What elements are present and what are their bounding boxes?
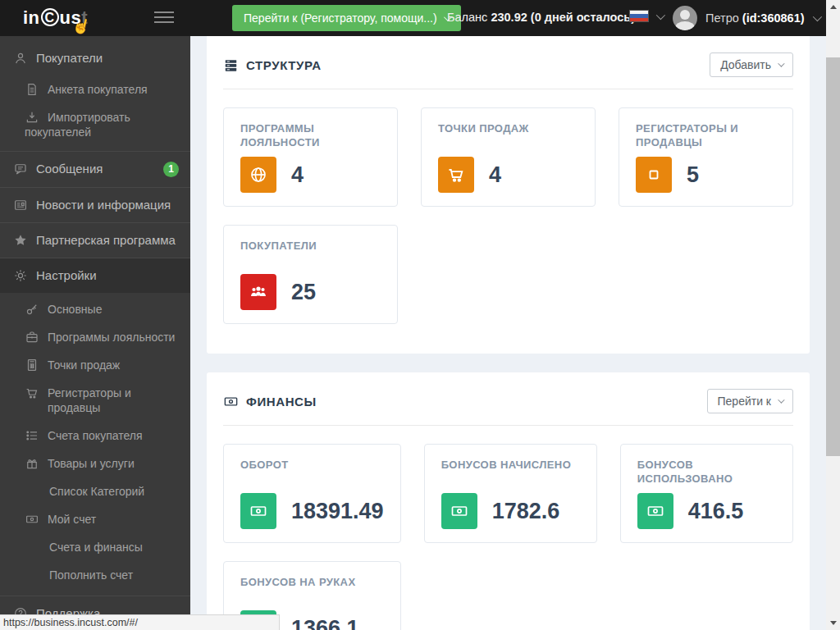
top-bar: inCust ☝ Перейти к (Регистратору, помощи… (0, 0, 840, 36)
chevron-down-icon (656, 10, 665, 19)
people-icon (240, 274, 276, 310)
sidebar-item-category-list[interactable]: Список Категорий (0, 477, 190, 505)
sidebar-item-loyalty-programs[interactable]: Программы лояльности (0, 323, 190, 351)
sidebar-item-label: Импортировать покупателей (25, 111, 130, 139)
tile-value: 25 (291, 280, 316, 305)
sidebar-item-news[interactable]: Новости и информация (0, 188, 190, 222)
sidebar-item-general-settings[interactable]: Основные (0, 293, 190, 323)
user-name: Петро (705, 11, 739, 25)
section-title: ФИНАНСЫ (246, 395, 317, 409)
sidebar-item-settings[interactable]: Настройки (0, 258, 190, 293)
vertical-scrollbar[interactable] (826, 0, 840, 630)
sidebar-item-my-account[interactable]: Мой счет (0, 505, 190, 533)
stat-tile-loyalty-programs[interactable]: ПРОГРАММЫ ЛОЯЛЬНОСТИ 4 (223, 107, 398, 207)
tile-value: 5 (687, 162, 699, 188)
tile-value: 416.5 (688, 499, 744, 524)
sidebar-item-label: Счета и финансы (49, 540, 179, 555)
sidebar-item-points-of-sale[interactable]: Точки продаж (0, 351, 190, 379)
sidebar-item-customer-accounts[interactable]: Счета покупателя (0, 422, 190, 450)
structure-icon (223, 57, 239, 73)
tile-label: ОБОРОТ (240, 458, 384, 472)
sidebar-item-customer-form[interactable]: Анкета покупателя (0, 75, 190, 103)
scroll-down-icon[interactable] (826, 616, 840, 630)
banknote-icon (223, 394, 239, 409)
tile-label: РЕГИСТРАТОРЫ И ПРОДАВЦЫ (636, 121, 776, 149)
tile-value: 1366.1 (291, 616, 359, 630)
stat-tile-points-of-sale[interactable]: ТОЧКИ ПРОДАЖ 4 (421, 107, 596, 207)
stat-tile-bonuses-used[interactable]: БОНУСОВ ИСПОЛЬЗОВАНО 416.5 (620, 444, 793, 543)
scroll-up-icon[interactable] (826, 0, 840, 14)
section-divider (223, 89, 793, 89)
stat-tile-registrars-sellers[interactable]: РЕГИСТРАТОРЫ И ПРОДАВЦЫ 5 (619, 107, 793, 207)
tile-value: 1782.6 (492, 499, 560, 524)
globe-icon (240, 157, 276, 193)
briefcase-icon (25, 330, 39, 345)
structure-card: СТРУКТУРА Добавить ПРОГРАММЫ ЛОЯЛЬНОСТИ … (207, 36, 810, 354)
menu-toggle-icon[interactable] (154, 11, 174, 25)
russia-flag-icon (629, 10, 649, 22)
sidebar-item-label: Партнерская программа (36, 233, 179, 248)
sidebar-item-partner-program[interactable]: Партнерская программа (0, 223, 190, 258)
sidebar-item-label: Новости и информация (36, 198, 179, 212)
user-menu[interactable]: Петро (id:360861) (673, 6, 819, 30)
chevron-down-icon (778, 60, 784, 66)
sidebar-item-label: Пополнить счет (49, 568, 179, 582)
sidebar-item-goods-services[interactable]: Товары и услуги (0, 450, 190, 477)
language-selector[interactable] (629, 10, 663, 22)
stat-tile-customers[interactable]: ПОКУПАТЕЛИ 25 (223, 225, 398, 324)
sidebar-item-label: Настройки (36, 268, 179, 283)
sidebar: Покупатели Анкета покупателя Импортирова… (0, 36, 190, 630)
stat-tile-bonuses-accrued[interactable]: БОНУСОВ НАЧИСЛЕНО 1782.6 (424, 444, 597, 543)
gear-icon (13, 268, 28, 283)
sidebar-item-label: Точки продаж (48, 358, 179, 372)
goto-dropdown-button[interactable]: Перейти к (Регистратору, помощи...) (232, 5, 461, 31)
tile-label: БОНУСОВ ИСПОЛЬЗОВАНО (637, 458, 776, 486)
add-button-label: Добавить (720, 58, 771, 71)
banknote-icon (637, 493, 673, 529)
incust-logo[interactable]: inCust ☝ (23, 7, 88, 29)
chat-icon (13, 162, 28, 176)
sidebar-item-label: Основные (48, 302, 179, 317)
sidebar-item-import-customers[interactable]: Импортировать покупателей (0, 103, 190, 146)
sidebar-item-label: Товары и услуги (48, 456, 179, 471)
pos-terminal-icon (25, 358, 39, 372)
sidebar-item-accounts-finance[interactable]: Счета и финансы (0, 533, 190, 561)
news-icon (13, 198, 28, 212)
money-icon (25, 512, 39, 527)
chevron-down-icon (778, 396, 784, 403)
sidebar-item-top-up[interactable]: Пополнить счет (0, 561, 190, 589)
users-icon (13, 51, 28, 66)
tile-label: БОНУСОВ НАЧИСЛЕНО (441, 458, 580, 472)
sidebar-item-label: Счета покупателя (48, 428, 179, 443)
sidebar-item-customers[interactable]: Покупатели (0, 41, 190, 75)
key-icon (25, 302, 39, 317)
cart-icon (438, 157, 474, 193)
user-id: (id:360861) (742, 11, 805, 25)
sidebar-item-label: Список Категорий (49, 484, 179, 499)
status-url: https://business.incust.com/#/ (3, 617, 138, 628)
tile-value: 4 (291, 162, 304, 188)
section-title: СТРУКТУРА (246, 58, 322, 72)
sidebar-item-label: Сообщения (36, 162, 157, 176)
sidebar-item-label: Регистраторы и продавцы (48, 386, 179, 415)
sidebar-item-registrars-sellers[interactable]: Регистраторы и продавцы (0, 379, 190, 422)
cart-icon (25, 386, 39, 400)
tile-label: ПОКУПАТЕЛИ (240, 239, 381, 253)
add-dropdown-button[interactable]: Добавить (710, 52, 793, 77)
main-content: СТРУКТУРА Добавить ПРОГРАММЫ ЛОЯЛЬНОСТИ … (190, 36, 826, 630)
goto-finance-dropdown-button[interactable]: Перейти к (707, 389, 794, 413)
balance-text: Баланс 230.92 (0 дней осталось) (447, 11, 635, 24)
stat-tile-turnover[interactable]: ОБОРОТ 18391.49 (223, 444, 401, 543)
gift-icon (25, 456, 39, 471)
scrollbar-thumb[interactable] (826, 57, 840, 456)
sidebar-item-label: Программы лояльности (48, 330, 179, 345)
star-icon (13, 233, 28, 248)
sidebar-item-messages[interactable]: Сообщения 1 (0, 152, 190, 187)
cursor-hand-icon: ☝ (71, 16, 94, 38)
goto-button-label: Перейти к (718, 395, 772, 408)
sidebar-item-label: Анкета покупателя (48, 82, 179, 97)
sidebar-item-label: Мой счет (48, 512, 179, 527)
tile-label: БОНУСОВ НА РУКАХ (240, 575, 384, 589)
download-icon (25, 110, 39, 125)
tile-value: 4 (489, 162, 501, 188)
